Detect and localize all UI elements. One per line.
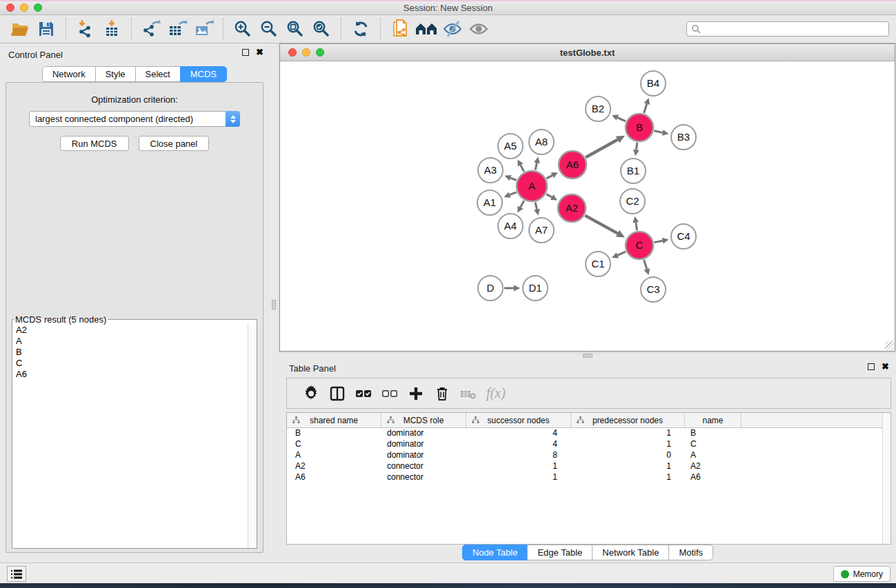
result-item[interactable]: C: [12, 358, 257, 369]
export-image-icon[interactable]: [190, 17, 217, 41]
cell-shared-name[interactable]: A: [287, 450, 381, 461]
cell-predecessor-nodes[interactable]: 1: [571, 439, 685, 450]
edge-A2-C[interactable]: [585, 216, 617, 234]
search-input[interactable]: [704, 24, 884, 34]
column-header-shared-name[interactable]: shared name: [287, 413, 381, 427]
vertical-splitter[interactable]: [269, 43, 279, 562]
cell-successor-nodes[interactable]: 1: [466, 472, 571, 483]
edge-B-B4[interactable]: [644, 104, 647, 113]
column-header-predecessor-nodes[interactable]: predecessor nodes: [571, 413, 685, 427]
close-panel-icon[interactable]: ✖: [256, 49, 263, 56]
edge-A-A3[interactable]: [510, 178, 517, 180]
vertical-splitter-handle[interactable]: [272, 300, 276, 310]
memory-button[interactable]: Memory: [833, 566, 890, 582]
cell-shared-name[interactable]: A2: [287, 461, 381, 472]
cell-MCDS-role[interactable]: connector: [381, 472, 466, 483]
export-network-icon[interactable]: [138, 17, 164, 41]
cell-MCDS-role[interactable]: dominator: [381, 450, 466, 461]
cell-name[interactable]: A2: [685, 461, 741, 472]
deselect-all-icon[interactable]: [377, 381, 403, 406]
table-tab-motifs[interactable]: Motifs: [668, 545, 713, 560]
cell-successor-nodes[interactable]: 8: [466, 450, 571, 461]
network-graph[interactable]: B4B2BB3A8A5A6B1A3AC2A1A2A4A7C4CC1C3DD1: [280, 61, 895, 351]
result-scrollbar[interactable]: [248, 325, 257, 548]
cell-predecessor-nodes[interactable]: 1: [571, 461, 685, 472]
cell-successor-nodes[interactable]: 1: [466, 461, 571, 472]
cell-MCDS-role[interactable]: dominator: [381, 439, 466, 450]
edge-B-B2[interactable]: [617, 118, 626, 121]
edge-C-C4[interactable]: [655, 241, 663, 242]
cell-name[interactable]: A6: [685, 472, 741, 483]
cell-shared-name[interactable]: B: [287, 428, 381, 439]
show-graphics-icon[interactable]: [466, 17, 492, 41]
edge-A-A5[interactable]: [521, 165, 524, 171]
cell-successor-nodes[interactable]: 4: [466, 428, 571, 439]
edge-A-A6[interactable]: [546, 175, 552, 178]
cell-successor-nodes[interactable]: 4: [466, 439, 571, 450]
result-item[interactable]: A2: [12, 325, 257, 336]
edge-C-C2[interactable]: [636, 223, 637, 231]
float-panel-icon[interactable]: [242, 49, 249, 56]
show-panels-icon[interactable]: [413, 17, 439, 41]
import-network-icon[interactable]: [72, 17, 99, 41]
optimization-criterion-select[interactable]: largest connected component (directed): [29, 111, 240, 127]
column-header-name[interactable]: name: [685, 413, 741, 427]
cell-predecessor-nodes[interactable]: 1: [571, 472, 685, 483]
table-row[interactable]: A2connector11A2: [287, 461, 890, 472]
horizontal-splitter[interactable]: [279, 352, 896, 358]
add-column-icon[interactable]: [403, 381, 429, 406]
cell-predecessor-nodes[interactable]: 1: [571, 428, 685, 439]
hide-graphics-icon[interactable]: [439, 17, 466, 41]
edge-A-A7[interactable]: [535, 202, 537, 209]
split-column-icon[interactable]: [324, 381, 350, 406]
result-item[interactable]: A6: [12, 369, 257, 380]
new-network-icon[interactable]: [387, 17, 413, 41]
table-row[interactable]: A6connector11A6: [287, 472, 890, 483]
network-canvas[interactable]: B4B2BB3A8A5A6B1A3AC2A1A2A4A7C4CC1C3DD1: [280, 61, 895, 351]
save-session-icon[interactable]: [33, 17, 59, 41]
tab-network[interactable]: Network: [42, 66, 96, 82]
cell-MCDS-role[interactable]: connector: [381, 461, 466, 472]
horizontal-splitter-handle[interactable]: [583, 354, 593, 358]
export-table-icon[interactable]: [164, 17, 190, 41]
table-scrollbar[interactable]: [882, 413, 890, 544]
table-row[interactable]: Bdominator41B: [287, 428, 890, 439]
table-row[interactable]: Cdominator41C: [287, 439, 890, 450]
refresh-icon[interactable]: [348, 17, 374, 41]
float-table-panel-icon[interactable]: [868, 363, 875, 370]
table-tab-node-table[interactable]: Node Table: [462, 545, 528, 560]
result-item[interactable]: B: [12, 347, 257, 358]
zoom-fit-icon[interactable]: [282, 17, 308, 41]
edge-C-C3[interactable]: [644, 260, 647, 269]
cell-shared-name[interactable]: A6: [287, 472, 381, 483]
zoom-selected-icon[interactable]: [308, 17, 335, 41]
edge-A-A4[interactable]: [521, 201, 524, 207]
task-history-button[interactable]: [7, 566, 26, 582]
edge-A-A8[interactable]: [535, 163, 537, 170]
import-table-icon[interactable]: [99, 17, 125, 41]
delete-column-icon[interactable]: [429, 381, 455, 406]
cell-name[interactable]: A: [685, 450, 741, 461]
column-header-MCDS-role[interactable]: MCDS role: [381, 413, 466, 427]
cell-shared-name[interactable]: C: [287, 439, 381, 450]
column-header-successor-nodes[interactable]: successor nodes: [466, 413, 571, 427]
tab-mcds[interactable]: MCDS: [180, 66, 227, 82]
table-tab-network-table[interactable]: Network Table: [592, 545, 669, 560]
edge-A6-B[interactable]: [586, 140, 617, 158]
open-session-icon[interactable]: [7, 17, 33, 41]
run-mcds-button[interactable]: Run MCDS: [60, 136, 129, 151]
edge-B-B1[interactable]: [636, 143, 637, 150]
table-row[interactable]: Adominator80A: [287, 450, 890, 461]
cell-predecessor-nodes[interactable]: 0: [571, 450, 685, 461]
search-field[interactable]: [686, 21, 889, 37]
edge-A-A1[interactable]: [510, 192, 517, 195]
edge-A-A2[interactable]: [546, 194, 552, 197]
zoom-out-icon[interactable]: [256, 17, 282, 41]
tab-style[interactable]: Style: [95, 66, 136, 82]
table-tab-edge-table[interactable]: Edge Table: [527, 545, 593, 560]
resize-grip-icon[interactable]: [885, 341, 894, 350]
cell-MCDS-role[interactable]: dominator: [381, 428, 466, 439]
edge-C-C1[interactable]: [617, 252, 626, 255]
gear-icon[interactable]: [298, 381, 324, 406]
close-table-panel-icon[interactable]: ✖: [882, 363, 889, 370]
